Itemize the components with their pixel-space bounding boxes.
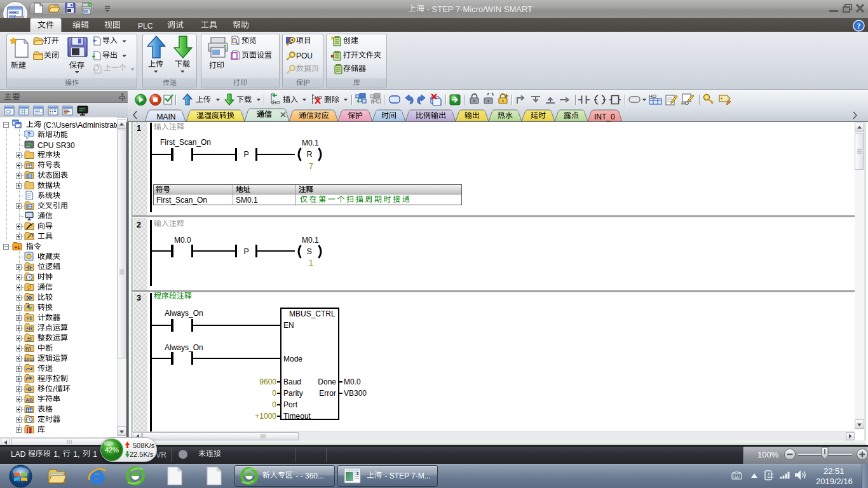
svg-text:+1: +1	[14, 245, 20, 250]
svg-text:AB: AB	[25, 397, 33, 403]
svg-text:1011: 1011	[24, 356, 34, 362]
svg-text:±R: ±R	[26, 325, 33, 332]
svg-text:+1: +1	[26, 315, 32, 322]
svg-text:42%: 42%	[105, 446, 119, 454]
svg-text:?: ?	[27, 131, 31, 137]
svg-text:±I: ±I	[27, 336, 31, 342]
